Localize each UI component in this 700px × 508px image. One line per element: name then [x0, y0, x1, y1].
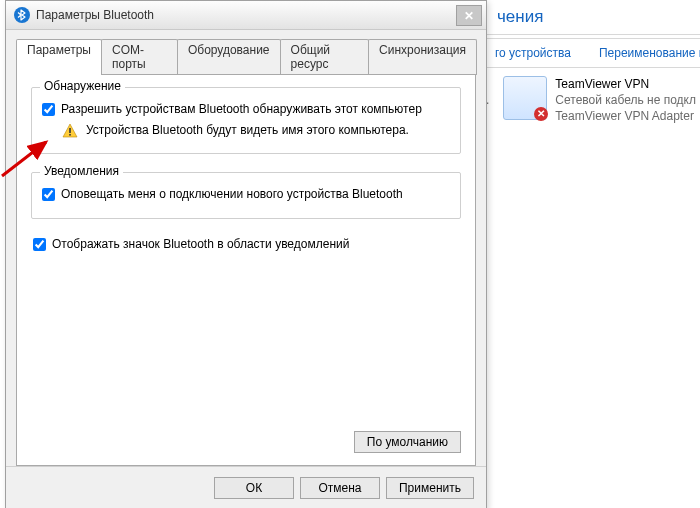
network-adapter-icon [503, 76, 547, 120]
bg-nav-link-device[interactable]: го устройства [495, 46, 571, 60]
cancel-button[interactable]: Отмена [300, 477, 380, 499]
ok-button[interactable]: ОК [214, 477, 294, 499]
tab-parameters[interactable]: Параметры [16, 39, 102, 75]
tab-com-ports[interactable]: COM-порты [101, 39, 178, 75]
tab-hardware[interactable]: Оборудование [177, 39, 281, 75]
warning-icon [62, 123, 78, 139]
group-notifications-legend: Уведомления [40, 164, 123, 178]
group-discovery-legend: Обнаружение [40, 79, 125, 93]
tab-shared[interactable]: Общий ресурс [280, 39, 370, 75]
checkbox-notify-connect[interactable] [42, 188, 55, 201]
apply-button[interactable]: Применить [386, 477, 474, 499]
svg-rect-1 [69, 128, 71, 133]
bg-window-heading: чения [487, 0, 700, 35]
bluetooth-settings-dialog: Параметры Bluetooth ✕ Параметры COM-порт… [5, 0, 487, 508]
bluetooth-icon [14, 7, 30, 23]
label-allow-discovery: Разрешить устройствам Bluetooth обнаружи… [61, 102, 422, 117]
bg-nav-bar: го устройства Переименование подк [487, 38, 700, 68]
checkbox-allow-discovery[interactable] [42, 103, 55, 116]
close-button[interactable]: ✕ [456, 5, 482, 26]
bg-nav-link-rename[interactable]: Переименование подк [599, 46, 700, 60]
label-notify-connect: Оповещать меня о подключении нового устр… [61, 187, 403, 202]
device-title: TeamViewer VPN [555, 76, 696, 92]
dialog-footer: ОК Отмена Применить [6, 466, 486, 508]
tab-content: Обнаружение Разрешить устройствам Blueto… [16, 74, 476, 466]
svg-rect-2 [69, 134, 71, 136]
bg-devices-list: чен 81... TeamViewer VPN Сетевой кабель … [450, 70, 700, 130]
group-notifications: Уведомления Оповещать меня о подключении… [31, 172, 461, 219]
device-adapter: TeamViewer VPN Adapter [555, 108, 696, 124]
warning-text: Устройства Bluetooth будут видеть имя эт… [86, 123, 409, 137]
tab-sync[interactable]: Синхронизация [368, 39, 477, 75]
list-item[interactable]: чен 81... TeamViewer VPN Сетевой кабель … [450, 70, 700, 130]
defaults-button[interactable]: По умолчанию [354, 431, 461, 453]
device-status: Сетевой кабель не подкл [555, 92, 696, 108]
group-discovery: Обнаружение Разрешить устройствам Blueto… [31, 87, 461, 154]
label-show-tray-icon: Отображать значок Bluetooth в области ув… [52, 237, 349, 252]
tab-strip: Параметры COM-порты Оборудование Общий р… [16, 39, 476, 75]
titlebar[interactable]: Параметры Bluetooth ✕ [6, 1, 486, 30]
dialog-title: Параметры Bluetooth [36, 8, 154, 22]
checkbox-show-tray-icon[interactable] [33, 238, 46, 251]
